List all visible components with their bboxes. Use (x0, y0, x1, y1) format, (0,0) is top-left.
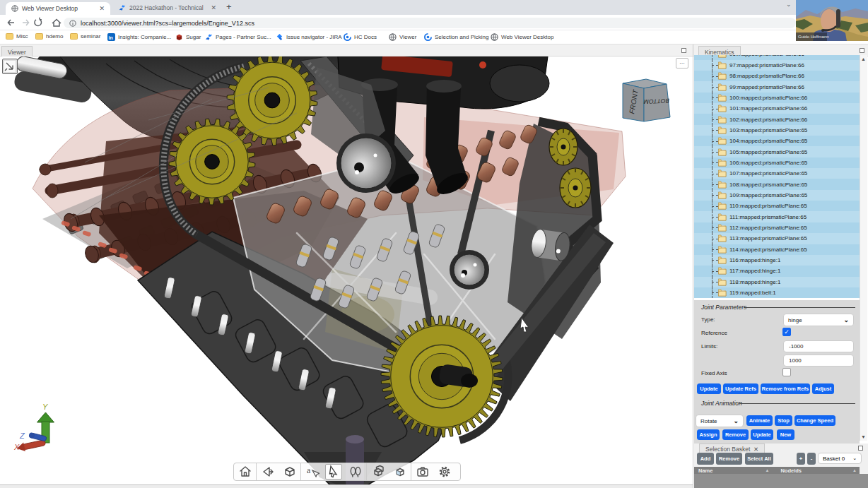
svg-text:in: in (109, 35, 113, 40)
svg-text:Y: Y (42, 403, 48, 411)
svg-text:Guido Hoffmann: Guido Hoffmann (798, 35, 829, 39)
svg-text:BOTTOM: BOTTOM (643, 97, 669, 105)
svg-text:Z: Z (19, 432, 25, 440)
svg-text:X: X (13, 443, 20, 451)
svg-text:a: a (307, 465, 311, 475)
